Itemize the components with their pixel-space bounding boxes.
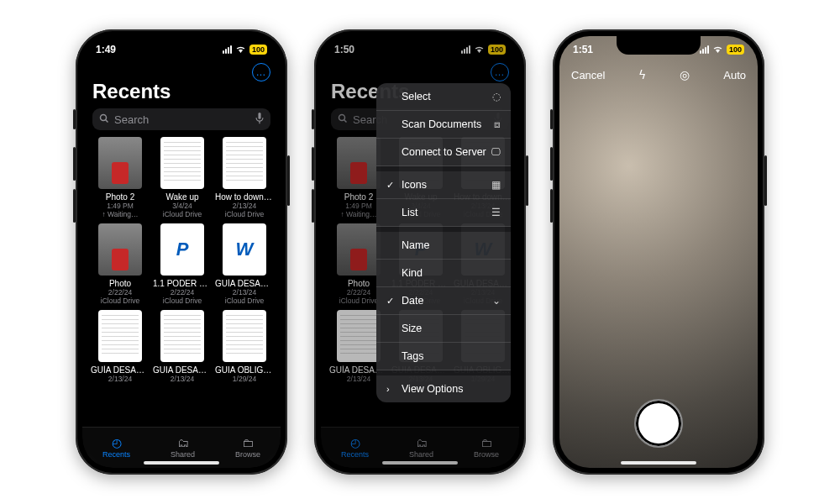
shutter-button[interactable]: [634, 399, 683, 448]
file-meta: ↑ Waiting…: [102, 210, 138, 218]
file-thumbnail: P: [160, 223, 204, 276]
wifi-icon: [235, 44, 246, 55]
flash-icon[interactable]: ϟ: [638, 68, 646, 81]
list-icon: ☰: [491, 207, 501, 218]
chevron-down-icon: ⌄: [492, 295, 501, 307]
file-item[interactable]: Photo 21:49 PM↑ Waiting…: [91, 137, 150, 218]
wifi-icon: [712, 44, 723, 55]
file-meta: iCloud Drive: [163, 210, 202, 218]
svg-rect-1: [258, 113, 260, 119]
grid-icon: ▦: [491, 179, 501, 191]
battery-badge: 100: [727, 45, 744, 55]
file-meta: 2/13/24: [233, 202, 256, 210]
file-name: Photo: [109, 279, 131, 288]
cancel-button[interactable]: Cancel: [571, 69, 605, 81]
tab-browse[interactable]: 🗀Browse: [235, 437, 260, 459]
file-meta: 2/22/24: [108, 288, 132, 297]
clock-icon: ◴: [112, 437, 122, 449]
file-meta: 1/29/24: [233, 375, 256, 383]
file-item[interactable]: GUÍA DESA…IADO2/13/24: [91, 310, 150, 383]
clock: 1:49: [96, 44, 116, 55]
file-item[interactable]: GUIA OBLIG…LADA1/29/24: [215, 310, 274, 383]
menu-sort-name[interactable]: Name: [376, 232, 511, 260]
file-meta: iCloud Drive: [101, 297, 139, 305]
file-name: GUÍA DESA…IADO: [91, 365, 150, 375]
search-placeholder: Search: [114, 113, 149, 126]
file-meta: 1:49 PM: [107, 202, 134, 210]
menu-sort-kind[interactable]: Kind: [376, 260, 511, 287]
home-indicator[interactable]: [144, 461, 219, 465]
file-item[interactable]: Photo2/22/24iCloud Drive: [91, 223, 150, 305]
notch: [617, 36, 701, 55]
file-thumbnail: [223, 310, 266, 362]
context-menu: Select◌ Scan Documents⧈ Connect to Serve…: [376, 83, 511, 402]
notch: [378, 36, 462, 55]
file-name: GUIA OBLIG…LADA: [215, 365, 274, 375]
file-item[interactable]: Wake up3/4/24iCloud Drive: [153, 137, 212, 218]
ellipsis-icon: …: [256, 66, 267, 78]
file-thumbnail: [160, 310, 204, 362]
menu-connect-server[interactable]: Connect to Server🖵: [376, 139, 511, 166]
phone-scanner: 1:51 100 Cancel ϟ ◎ Auto: [553, 29, 764, 475]
phone-recents: 1:49 100 … Recents Search: [76, 29, 287, 475]
menu-sort-date[interactable]: ✓Date⌄: [376, 287, 511, 315]
file-meta: 2/13/24: [171, 375, 194, 383]
folder-icon: 🗀: [242, 437, 254, 449]
server-icon: 🖵: [491, 146, 501, 158]
chevron-right-icon: ›: [386, 384, 395, 394]
file-item[interactable]: How to downl…unity2/13/24iCloud Drive: [215, 137, 274, 218]
file-meta: 2/13/24: [233, 288, 256, 297]
file-name: 1.1 PODER PUBLI…TE. 2: [153, 279, 212, 288]
file-name: Wake up: [165, 192, 198, 202]
search-input[interactable]: Search: [92, 108, 270, 130]
file-name: GUIA DESA…ANTIL: [153, 365, 212, 375]
file-thumbnail: [98, 310, 142, 362]
check-icon: ✓: [386, 180, 395, 191]
file-meta: 2/13/24: [108, 375, 132, 383]
tab-recents[interactable]: ◴Recents: [102, 437, 130, 459]
file-name: How to downl…unity: [215, 192, 274, 202]
file-thumbnail: [160, 137, 204, 189]
tab-shared[interactable]: 🗂Shared: [171, 437, 195, 459]
phone-menu: 1:50 100 … Recents Search Photo 21:49 PM…: [314, 29, 526, 475]
cell-signal-icon: [223, 45, 232, 54]
file-meta: iCloud Drive: [225, 210, 264, 218]
file-item[interactable]: P1.1 PODER PUBLI…TE. 22/22/24iCloud Driv…: [153, 223, 212, 305]
battery-badge: 100: [249, 45, 267, 55]
menu-view-options[interactable]: ›View Options: [376, 375, 511, 402]
folder-shared-icon: 🗂: [177, 437, 189, 449]
file-meta: 3/4/24: [172, 202, 192, 210]
file-thumbnail: [223, 137, 266, 189]
file-meta: iCloud Drive: [225, 297, 264, 305]
menu-sort-size[interactable]: Size: [376, 315, 511, 343]
file-meta: 2/22/24: [171, 288, 194, 297]
menu-select[interactable]: Select◌: [376, 83, 511, 111]
search-icon: [99, 113, 109, 126]
menu-scan-documents[interactable]: Scan Documents⧈: [376, 111, 511, 139]
menu-view-icons[interactable]: ✓Icons▦: [376, 171, 511, 199]
file-thumbnail: [98, 223, 142, 276]
auto-button[interactable]: Auto: [723, 69, 746, 81]
menu-view-list[interactable]: List☰: [376, 199, 511, 227]
file-item[interactable]: GUIA DESA…ANTIL2/13/24: [153, 310, 212, 383]
file-name: GUÍA DESA…TARIO: [215, 279, 274, 288]
cell-signal-icon: [700, 45, 709, 54]
filter-icon[interactable]: ◎: [680, 68, 690, 81]
svg-point-0: [101, 114, 107, 120]
clock: 1:51: [573, 44, 593, 55]
file-item[interactable]: WGUÍA DESA…TARIO2/13/24iCloud Drive: [215, 223, 274, 305]
files-grid: Photo 21:49 PM↑ Waiting…Wake up3/4/24iCl…: [82, 137, 281, 425]
page-title: Recents: [82, 80, 281, 108]
camera-toolbar: Cancel ϟ ◎ Auto: [559, 63, 758, 87]
file-name: Photo 2: [106, 192, 134, 202]
more-button[interactable]: …: [252, 63, 270, 81]
select-icon: ◌: [492, 91, 501, 102]
mic-icon[interactable]: [255, 113, 264, 126]
file-thumbnail: W: [223, 223, 266, 276]
home-indicator[interactable]: [621, 461, 696, 465]
menu-sort-tags[interactable]: Tags: [376, 343, 511, 370]
scan-icon: ⧈: [494, 118, 501, 130]
file-thumbnail: [98, 137, 142, 189]
notch: [139, 36, 223, 55]
check-icon: ✓: [386, 296, 395, 307]
